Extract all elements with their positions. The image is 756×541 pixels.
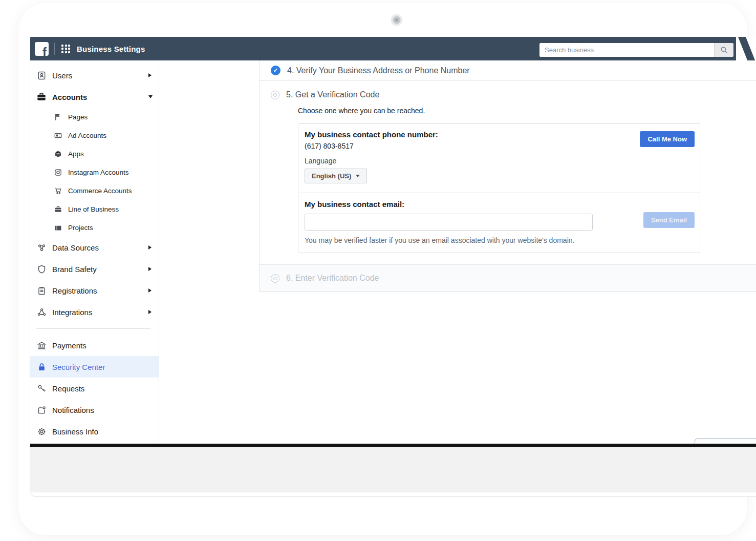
integrations-icon (36, 307, 47, 317)
sidebar-item-label: Notifications (52, 406, 94, 414)
step-4-title: 4. Verify Your Business Address or Phone… (287, 66, 470, 75)
instagram-icon (54, 168, 62, 177)
email-label: My business contact email: (305, 200, 694, 209)
sidebar-item-label: Accounts (52, 93, 87, 101)
check-icon: ✓ (271, 66, 280, 75)
sidebar-item-label: Apps (68, 150, 84, 158)
flag-icon (54, 113, 62, 121)
key-icon (36, 383, 47, 393)
footer-area (30, 447, 756, 492)
search-icon (720, 46, 728, 54)
sidebar-item-label: Pages (68, 113, 88, 121)
sidebar-item-line-of-business[interactable]: Line of Business (30, 200, 159, 218)
sidebar-item-label: Line of Business (68, 205, 119, 213)
contact-options-box: My business contact phone number: (617) … (298, 123, 700, 253)
step-6-title: 6. Enter Verification Code (286, 274, 379, 283)
sidebar-item-projects[interactable]: Projects (30, 218, 159, 237)
briefcase-icon (36, 92, 47, 102)
email-input[interactable] (305, 214, 593, 231)
briefcase-small-icon (54, 205, 62, 214)
sidebar-item-accounts[interactable]: Accounts (30, 86, 159, 108)
sidebar-item-commerce-accounts[interactable]: Commerce Accounts (30, 181, 159, 200)
radio-ring-icon (271, 274, 279, 283)
notification-icon (36, 405, 47, 415)
email-helper-text: You may be verified faster if you use an… (305, 236, 694, 244)
cube-icon (54, 150, 62, 158)
step-4-header[interactable]: ✓ 4. Verify Your Business Address or Pho… (260, 60, 756, 81)
bank-icon (36, 340, 47, 350)
language-label: Language (305, 157, 694, 165)
email-option: My business contact email: Send Email Yo… (298, 193, 700, 253)
step-6-header[interactable]: 6. Enter Verification Code (260, 264, 756, 292)
sidebar-item-label: Projects (68, 224, 93, 232)
sidebar-item-security-center[interactable]: Security Center (30, 356, 159, 378)
screen: f Business Settings (0, 0, 756, 541)
sidebar-item-label: Requests (52, 384, 84, 393)
language-dropdown[interactable]: English (US) (305, 169, 367, 183)
step-5-title: 5. Get a Verification Code (286, 90, 379, 99)
sidebar-item-label: Data Sources (52, 243, 99, 252)
search-input[interactable] (539, 43, 714, 57)
sidebar-item-payments[interactable]: Payments (30, 335, 159, 356)
gear-icon (36, 426, 47, 436)
cart-icon (54, 186, 62, 195)
chevron-right-icon (148, 267, 152, 271)
sidebar-item-label: Ad Accounts (68, 132, 106, 139)
sidebar-item-apps[interactable]: Apps (30, 144, 159, 163)
phone-option: My business contact phone number: (617) … (298, 124, 700, 193)
sidebar-item-data-sources[interactable]: Data Sources (30, 237, 159, 258)
sidebar-item-pages[interactable]: Pages (30, 108, 159, 126)
sidebar-item-label: Integrations (52, 308, 92, 317)
sidebar-item-brand-safety[interactable]: Brand Safety (30, 258, 159, 280)
phone-label: My business contact phone number: (305, 130, 694, 139)
phone-number: (617) 803-8517 (305, 142, 694, 150)
ad-account-icon (54, 131, 62, 140)
radio-ring-icon (271, 91, 279, 99)
sidebar: Users Accounts (30, 60, 159, 444)
step-5-subtitle: Choose one where you can be reached. (298, 107, 756, 115)
step-5-header: 5. Get a Verification Code (271, 90, 756, 99)
top-navbar: f Business Settings (30, 37, 736, 60)
data-sources-icon (36, 242, 47, 253)
search-button[interactable] (714, 43, 733, 57)
language-value: English (US) (312, 172, 351, 180)
camera-dot-icon (391, 14, 403, 26)
sidebar-item-integrations[interactable]: Integrations (30, 301, 159, 323)
search-box (539, 43, 733, 57)
call-me-now-button[interactable]: Call Me Now (640, 131, 695, 147)
sidebar-item-label: Security Center (52, 363, 105, 371)
verification-card: ✓ 4. Verify Your Business Address or Pho… (259, 60, 756, 292)
page-title: Business Settings (77, 45, 145, 53)
sidebar-item-users[interactable]: Users (30, 65, 159, 86)
step-5-section: 5. Get a Verification Code Choose one wh… (260, 81, 756, 253)
sidebar-item-ad-accounts[interactable]: Ad Accounts (30, 126, 159, 144)
chevron-down-icon (148, 95, 153, 98)
chevron-right-icon (148, 73, 152, 77)
lock-icon (36, 362, 47, 372)
sidebar-item-notifications[interactable]: Notifications (30, 399, 159, 421)
shield-icon (36, 264, 47, 274)
chevron-down-icon (356, 175, 360, 177)
apps-grid-icon[interactable] (61, 45, 70, 53)
main-panel: ✓ 4. Verify Your Business Address or Pho… (159, 60, 756, 444)
sidebar-item-label: Business Info (52, 427, 98, 436)
send-email-button: Send Email (643, 212, 695, 228)
divider (54, 43, 55, 55)
sidebar-item-requests[interactable]: Requests (30, 378, 159, 399)
content-area: Users Accounts (30, 60, 756, 444)
sidebar-item-label: Brand Safety (52, 265, 97, 274)
sidebar-divider (36, 328, 150, 329)
facebook-logo-icon[interactable]: f (35, 42, 49, 56)
sidebar-item-instagram-accounts[interactable]: Instagram Accounts (30, 163, 159, 181)
bottom-black-bar (30, 444, 756, 447)
sidebar-item-business-info[interactable]: Business Info (30, 421, 159, 442)
chevron-right-icon (148, 288, 152, 293)
page-curl-fold (738, 37, 755, 61)
sidebar-item-registrations[interactable]: Registrations (30, 280, 159, 301)
chat-widget-tab[interactable] (695, 438, 756, 444)
sidebar-item-label: Commerce Accounts (68, 187, 132, 195)
browser-window: f Business Settings (30, 37, 756, 497)
sidebar-item-label: Users (52, 71, 72, 80)
folder-icon (54, 223, 62, 232)
chevron-right-icon (148, 310, 152, 314)
